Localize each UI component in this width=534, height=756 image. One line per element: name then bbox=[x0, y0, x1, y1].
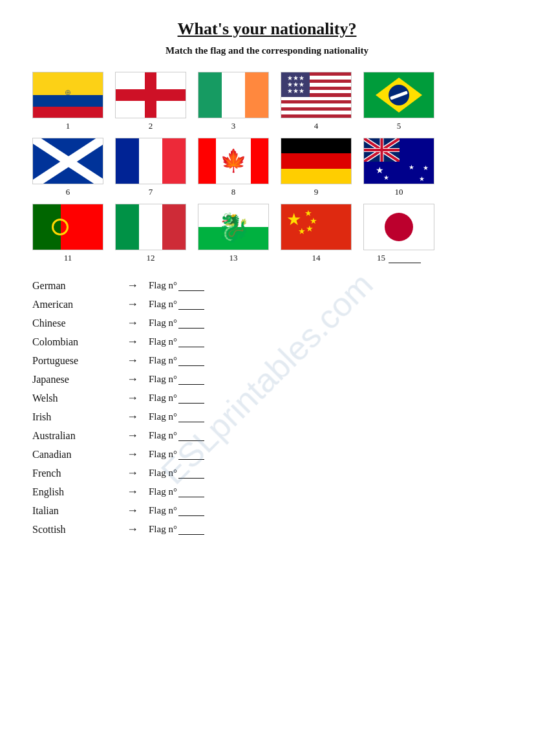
match-row-french: French → Flag n° bbox=[26, 466, 508, 480]
nationality-french: French bbox=[26, 468, 116, 479]
flag-germany bbox=[281, 138, 352, 184]
answer-australian: Flag n° bbox=[149, 430, 204, 441]
nationality-australian: Australian bbox=[26, 430, 116, 442]
match-row-german: German → Flag n° bbox=[26, 279, 508, 292]
flag-scotland bbox=[32, 138, 103, 184]
subtitle: Match the flag and the corresponding nat… bbox=[26, 45, 508, 56]
match-row-scottish: Scottish → Flag n° bbox=[26, 523, 508, 536]
arrow-australian: → bbox=[116, 429, 149, 442]
answer-welsh: Flag n° bbox=[149, 393, 204, 404]
flag-num-14: 14 bbox=[312, 253, 321, 263]
flags-row-1: ⊕ 1 2 3 bbox=[26, 72, 508, 131]
match-row-chinese: Chinese → Flag n° bbox=[26, 316, 508, 330]
flag-num-8: 8 bbox=[231, 187, 236, 197]
flag-canada: 🍁 bbox=[198, 138, 269, 184]
flag-item-5: 5 bbox=[363, 72, 434, 131]
flag-item-15: 15 bbox=[363, 204, 434, 263]
flag-num-4: 4 bbox=[314, 121, 319, 131]
arrow-canadian: → bbox=[116, 448, 149, 461]
nationality-german: German bbox=[26, 280, 116, 292]
match-row-colombian: Colombian → Flag n° bbox=[26, 335, 508, 349]
arrow-colombian: → bbox=[116, 335, 149, 349]
flag-item-13: 🐉 13 bbox=[198, 204, 269, 263]
arrow-welsh: → bbox=[116, 391, 149, 405]
page-title: What's your nationality? bbox=[26, 19, 508, 39]
flag-num-9: 9 bbox=[314, 187, 319, 197]
flag-item-9: 9 bbox=[281, 138, 352, 197]
flag-england bbox=[115, 72, 186, 118]
answer-italian: Flag n° bbox=[149, 505, 204, 516]
flag-japan bbox=[363, 204, 434, 250]
nationality-irish: Irish bbox=[26, 411, 116, 423]
arrow-irish: → bbox=[116, 410, 149, 424]
flag-num-2: 2 bbox=[149, 121, 153, 131]
flag-item-8: 🍁 8 bbox=[198, 138, 269, 197]
answer-japanese: Flag n° bbox=[149, 374, 204, 385]
match-row-american: American → Flag n° bbox=[26, 297, 508, 311]
flag-num-12: 12 bbox=[147, 253, 155, 263]
flag-france bbox=[115, 138, 186, 184]
arrow-french: → bbox=[116, 466, 149, 480]
nationality-scottish: Scottish bbox=[26, 524, 116, 535]
flag-item-4: ★★★★★★★★★ 4 bbox=[281, 72, 352, 131]
answer-american: Flag n° bbox=[149, 299, 204, 310]
flag-num-6: 6 bbox=[66, 187, 70, 197]
nationality-chinese: Chinese bbox=[26, 318, 116, 329]
flag-australia: ★ ★ ★ ★ ★ bbox=[363, 138, 434, 184]
flag-china: ★ ★ ★ ★ ★ bbox=[281, 204, 352, 250]
match-row-welsh: Welsh → Flag n° bbox=[26, 391, 508, 405]
flag-num-3: 3 bbox=[231, 121, 236, 131]
arrow-japanese: → bbox=[116, 373, 149, 386]
flag-wales: 🐉 bbox=[198, 204, 269, 250]
flag-ireland bbox=[198, 72, 269, 118]
flags-row-2: 6 7 🍁 8 bbox=[26, 138, 508, 197]
flag-italy bbox=[115, 204, 186, 250]
answer-irish: Flag n° bbox=[149, 411, 204, 422]
answer-canadian: Flag n° bbox=[149, 449, 204, 460]
flag-num-13: 13 bbox=[230, 253, 238, 263]
arrow-italian: → bbox=[116, 504, 149, 517]
nationality-american: American bbox=[26, 299, 116, 310]
flag-item-1: ⊕ 1 bbox=[32, 72, 103, 131]
flag-colombia: ⊕ bbox=[32, 72, 103, 118]
answer-english: Flag n° bbox=[149, 486, 204, 497]
nationality-italian: Italian bbox=[26, 505, 116, 517]
arrow-american: → bbox=[116, 297, 149, 311]
match-row-australian: Australian → Flag n° bbox=[26, 429, 508, 442]
flag-item-10: ★ ★ ★ ★ ★ 10 bbox=[363, 138, 434, 197]
flag-item-11: 11 bbox=[32, 204, 103, 263]
flags-row-3: 11 12 🐉 13 ★ ★ bbox=[26, 204, 508, 263]
flag-item-2: 2 bbox=[115, 72, 186, 131]
flag-brazil bbox=[363, 72, 434, 118]
answer-chinese: Flag n° bbox=[149, 318, 204, 329]
arrow-chinese: → bbox=[116, 316, 149, 330]
flag-item-12: 12 bbox=[115, 204, 186, 263]
match-row-english: English → Flag n° bbox=[26, 485, 508, 499]
flag-item-14: ★ ★ ★ ★ ★ 14 bbox=[281, 204, 352, 263]
answer-german: Flag n° bbox=[149, 280, 204, 291]
nationality-canadian: Canadian bbox=[26, 449, 116, 460]
match-row-japanese: Japanese → Flag n° bbox=[26, 373, 508, 386]
match-row-italian: Italian → Flag n° bbox=[26, 504, 508, 517]
flag-num-10: 10 bbox=[395, 187, 403, 197]
flag-num-15: 15 bbox=[377, 253, 421, 263]
nationality-portuguese: Portuguese bbox=[26, 355, 116, 367]
flag-num-5: 5 bbox=[397, 121, 401, 131]
answer-colombian: Flag n° bbox=[149, 336, 204, 347]
nationality-japanese: Japanese bbox=[26, 374, 116, 385]
flags-section: ⊕ 1 2 3 bbox=[26, 72, 508, 263]
matching-section: German → Flag n° American → Flag n° Chin… bbox=[26, 279, 508, 536]
match-row-portuguese: Portuguese → Flag n° bbox=[26, 354, 508, 367]
flag-portugal bbox=[32, 204, 103, 250]
nationality-welsh: Welsh bbox=[26, 393, 116, 404]
flag-item-7: 7 bbox=[115, 138, 186, 197]
arrow-scottish: → bbox=[116, 523, 149, 536]
flag-num-1: 1 bbox=[66, 121, 70, 131]
nationality-colombian: Colombian bbox=[26, 336, 116, 348]
arrow-german: → bbox=[116, 279, 149, 292]
arrow-english: → bbox=[116, 485, 149, 499]
answer-french: Flag n° bbox=[149, 468, 204, 479]
match-row-canadian: Canadian → Flag n° bbox=[26, 448, 508, 461]
flag-num-7: 7 bbox=[149, 187, 153, 197]
answer-scottish: Flag n° bbox=[149, 524, 204, 535]
